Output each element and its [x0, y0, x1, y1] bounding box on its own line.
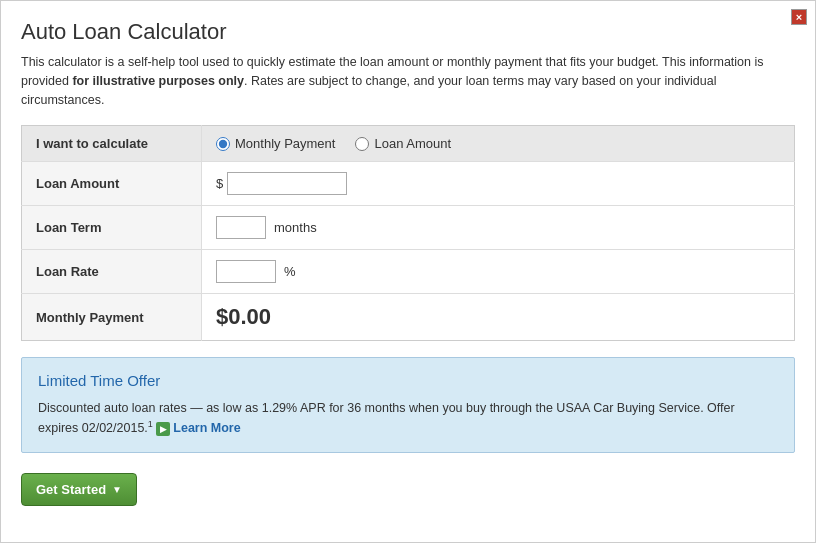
get-started-label: Get Started	[36, 482, 106, 497]
monthly-payment-label: Monthly Payment	[235, 136, 335, 151]
loan-rate-input[interactable]	[216, 260, 276, 283]
description-text: This calculator is a self-help tool used…	[21, 53, 795, 109]
loan-term-input[interactable]	[216, 216, 266, 239]
loan-rate-input-group: %	[216, 260, 780, 283]
learn-more-icon: ▶	[156, 422, 170, 436]
loan-term-suffix: months	[274, 220, 317, 235]
radio-group: Monthly Payment Loan Amount	[216, 136, 780, 151]
offer-text: Discounted auto loan rates — as low as 1…	[38, 399, 778, 438]
loan-term-row: Loan Term months	[22, 206, 795, 250]
monthly-payment-result-label: Monthly Payment	[22, 294, 202, 341]
offer-title: Limited Time Offer	[38, 372, 778, 389]
loan-rate-row-label: Loan Rate	[22, 250, 202, 294]
footer-area: Get Started ▼	[21, 473, 795, 506]
monthly-payment-result-value: $0.00	[216, 304, 271, 329]
monthly-payment-radio[interactable]	[216, 137, 230, 151]
offer-superscript: 1	[148, 419, 153, 429]
offer-box: Limited Time Offer Discounted auto loan …	[21, 357, 795, 453]
loan-rate-cell: %	[202, 250, 795, 294]
calculator-table: I want to calculate Monthly Payment Loan…	[21, 125, 795, 341]
loan-amount-input-group: $	[216, 172, 780, 195]
close-button[interactable]: ×	[791, 9, 807, 25]
currency-symbol: $	[216, 176, 223, 191]
get-started-button[interactable]: Get Started ▼	[21, 473, 137, 506]
loan-amount-radio-option[interactable]: Loan Amount	[355, 136, 451, 151]
loan-amount-row: Loan Amount $	[22, 162, 795, 206]
monthly-payment-result-row: Monthly Payment $0.00	[22, 294, 795, 341]
monthly-payment-radio-option[interactable]: Monthly Payment	[216, 136, 335, 151]
loan-amount-cell: $	[202, 162, 795, 206]
loan-rate-row: Loan Rate %	[22, 250, 795, 294]
loan-term-cell: months	[202, 206, 795, 250]
loan-term-input-group: months	[216, 216, 780, 239]
loan-term-row-label: Loan Term	[22, 206, 202, 250]
loan-amount-label: Loan Amount	[374, 136, 451, 151]
monthly-payment-result-cell: $0.00	[202, 294, 795, 341]
loan-amount-row-label: Loan Amount	[22, 162, 202, 206]
dropdown-arrow-icon: ▼	[112, 484, 122, 495]
learn-more-link[interactable]: Learn More	[173, 421, 240, 435]
calculate-type-label: I want to calculate	[22, 126, 202, 162]
calculate-type-cell: Monthly Payment Loan Amount	[202, 126, 795, 162]
calculator-window: × Auto Loan Calculator This calculator i…	[0, 0, 816, 543]
loan-rate-suffix: %	[284, 264, 296, 279]
page-title: Auto Loan Calculator	[21, 19, 795, 45]
calculate-type-row: I want to calculate Monthly Payment Loan…	[22, 126, 795, 162]
loan-amount-input[interactable]	[227, 172, 347, 195]
loan-amount-radio[interactable]	[355, 137, 369, 151]
